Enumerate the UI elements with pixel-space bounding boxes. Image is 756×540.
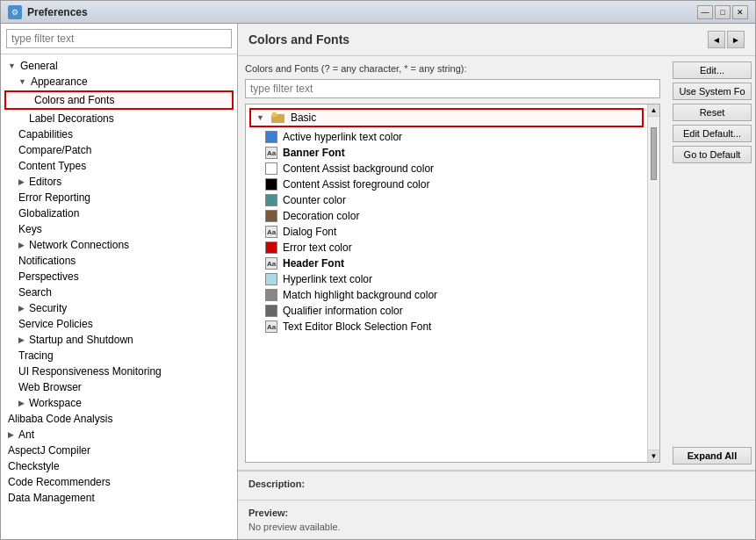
reset-button[interactable]: Reset [673, 104, 752, 121]
content-assist-bg-label: Content Assist background color [283, 162, 434, 175]
tree-item-alibaba[interactable]: Alibaba Code Analysis [1, 411, 237, 427]
color-item-header-font[interactable]: Aa Header Font [246, 256, 647, 271]
maximize-button[interactable]: □ [715, 5, 731, 19]
hyperlink-label: Hyperlink text color [283, 273, 372, 285]
editors-arrow: ▶ [18, 177, 25, 186]
basic-folder-icon [271, 112, 285, 124]
tree-item-appearance[interactable]: ▼ Appearance [1, 74, 237, 90]
tree-item-security[interactable]: ▶ Security [1, 300, 237, 316]
tree-item-startup-shutdown[interactable]: ▶ Startup and Shutdown [1, 332, 237, 348]
match-highlight-label: Match highlight background color [283, 289, 437, 301]
appearance-label: Appearance [31, 76, 88, 88]
right-panel-title: Colors and Fonts [248, 32, 349, 47]
main-content: ▼ General ▼ Appearance Colors and Fonts … [1, 24, 755, 539]
tree-item-editors[interactable]: ▶ Editors [1, 174, 237, 190]
content-assist-fg-label: Content Assist foreground color [283, 178, 429, 191]
aspectj-label: AspectJ Compiler [8, 444, 90, 457]
color-item-counter-color[interactable]: Counter color [246, 192, 647, 208]
color-item-banner-font[interactable]: Aa Banner Font [246, 145, 647, 161]
window-title: Preferences [27, 6, 88, 18]
appearance-arrow: ▼ [18, 77, 26, 86]
preview-text: No preview available. [248, 522, 745, 532]
startup-shutdown-label: Startup and Shutdown [29, 334, 133, 346]
tree-item-data-management[interactable]: Data Management [1, 490, 237, 506]
color-item-dialog-font[interactable]: Aa Dialog Font [246, 224, 647, 240]
edit-default-button[interactable]: Edit Default... [673, 125, 752, 142]
workspace-arrow: ▶ [18, 399, 25, 407]
right-body-wrapper: Colors and Fonts (? = any character, * =… [238, 56, 755, 539]
color-item-text-editor-font[interactable]: Aa Text Editor Block Selection Font [246, 319, 647, 335]
active-hyperlink-label: Active hyperlink text color [283, 131, 402, 143]
tree-item-code-recommenders[interactable]: Code Recommenders [1, 474, 237, 490]
description-label: Description: [248, 479, 745, 489]
window-controls: — □ ✕ [697, 5, 748, 19]
color-item-hyperlink[interactable]: Hyperlink text color [246, 271, 647, 287]
expand-all-button[interactable]: Expand All [673, 447, 752, 464]
tree-item-notifications[interactable]: Notifications [1, 253, 237, 269]
keys-label: Keys [18, 223, 42, 235]
edit-button[interactable]: Edit... [673, 61, 752, 79]
tree-item-error-reporting[interactable]: Error Reporting [1, 190, 237, 205]
back-button[interactable]: ◄ [708, 31, 725, 48]
tree-item-aspectj[interactable]: AspectJ Compiler [1, 443, 237, 458]
use-system-button[interactable]: Use System Fo [673, 83, 752, 100]
color-panel: Colors and Fonts (? = any character, * =… [238, 56, 667, 470]
tree-item-label-decorations[interactable]: Label Decorations [1, 111, 237, 126]
color-item-content-assist-fg[interactable]: Content Assist foreground color [246, 176, 647, 192]
error-reporting-label: Error Reporting [18, 191, 90, 204]
tree-item-colors-fonts[interactable]: Colors and Fonts [4, 90, 234, 110]
tree-item-workspace[interactable]: ▶ Workspace [1, 395, 237, 411]
scrollbar-thumb[interactable] [651, 127, 657, 180]
tree-item-keys[interactable]: Keys [1, 221, 237, 237]
description-area: Description: [238, 471, 755, 500]
scrollbar-down-button[interactable]: ▼ [648, 450, 659, 462]
basic-arrow: ▼ [256, 113, 264, 122]
color-item-match-highlight[interactable]: Match highlight background color [246, 287, 647, 303]
globalization-label: Globalization [18, 207, 79, 220]
network-arrow: ▶ [18, 241, 25, 249]
color-item-decoration-color[interactable]: Decoration color [246, 208, 647, 224]
close-button[interactable]: ✕ [732, 5, 748, 19]
tree-item-globalization[interactable]: Globalization [1, 205, 237, 221]
qualifier-label: Qualifier information color [283, 305, 403, 317]
search-label: Search [18, 286, 52, 299]
color-item-error-text[interactable]: Error text color [246, 240, 647, 256]
tree-item-search[interactable]: Search [1, 284, 237, 300]
minimize-button[interactable]: — [697, 5, 713, 19]
color-item-qualifier[interactable]: Qualifier information color [246, 303, 647, 319]
forward-button[interactable]: ► [727, 31, 745, 48]
tree-item-content-types[interactable]: Content Types [1, 158, 237, 174]
tree-item-perspectives[interactable]: Perspectives [1, 269, 237, 284]
tree-item-tracing[interactable]: Tracing [1, 348, 237, 364]
tree-item-web-browser[interactable]: Web Browser [1, 379, 237, 395]
dialog-font-label: Dialog Font [283, 226, 336, 238]
checkstyle-label: Checkstyle [8, 460, 60, 472]
basic-label: Basic [291, 112, 316, 124]
tree-item-general[interactable]: ▼ General [1, 58, 237, 74]
tree-item-compare-patch[interactable]: Compare/Patch [1, 142, 237, 158]
general-label: General [20, 60, 58, 72]
color-tree-scrollbar: ▲ ▼ [647, 104, 659, 462]
scrollbar-track [648, 117, 659, 450]
text-editor-font-label: Text Editor Block Selection Font [283, 320, 431, 333]
scrollbar-up-button[interactable]: ▲ [648, 104, 659, 117]
tree-item-service-policies[interactable]: Service Policies [1, 316, 237, 332]
tree-item-checkstyle[interactable]: Checkstyle [1, 458, 237, 474]
qualifier-swatch [265, 305, 277, 317]
tree-item-network-connections[interactable]: ▶ Network Connections [1, 237, 237, 253]
dialog-font-icon: Aa [265, 226, 277, 238]
left-filter-box [1, 24, 237, 54]
ui-responsiveness-label: UI Responsiveness Monitoring [18, 365, 162, 378]
tree-item-ant[interactable]: ▶ Ant [1, 427, 237, 443]
color-item-content-assist-bg[interactable]: Content Assist background color [246, 161, 647, 176]
left-filter-input[interactable] [6, 29, 232, 48]
color-item-active-hyperlink[interactable]: Active hyperlink text color [246, 129, 647, 145]
svg-rect-2 [272, 112, 277, 115]
tree-item-ui-responsiveness[interactable]: UI Responsiveness Monitoring [1, 364, 237, 379]
go-to-default-button[interactable]: Go to Default [673, 146, 752, 163]
right-panel: Colors and Fonts ◄ ► Colors and Fonts (?… [238, 24, 755, 539]
content-types-label: Content Types [18, 160, 86, 172]
basic-section-header[interactable]: ▼ Basic [249, 108, 644, 127]
color-filter-input[interactable] [245, 79, 660, 98]
tree-item-capabilities[interactable]: Capabilities [1, 126, 237, 142]
